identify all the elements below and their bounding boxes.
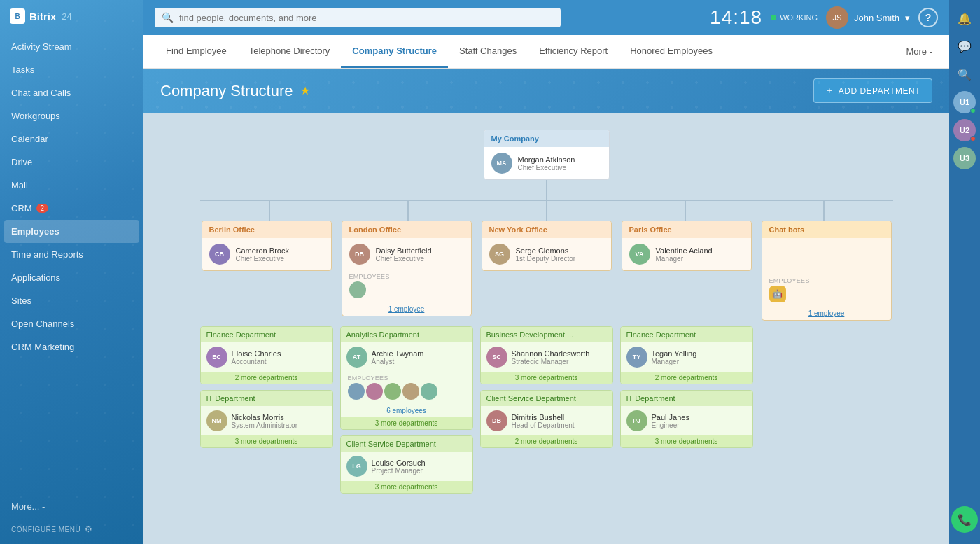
- tab-nav: Find Employee Telephone Directory Compan…: [144, 35, 949, 69]
- tab-honored-employees[interactable]: Honored Employees: [619, 36, 724, 68]
- newyork-client-service-card[interactable]: Client Service Department DB Dimitris Bu…: [480, 390, 613, 448]
- add-department-button[interactable]: ＋ ADD DEPARTMENT: [813, 78, 932, 103]
- london-analytics-card[interactable]: Analytics Department AT Archie Twynam An…: [340, 326, 473, 430]
- london-office-card[interactable]: London Office DB Daisy Butterfield Chief…: [342, 221, 472, 316]
- paris-it-card[interactable]: IT Department PJ Paul Janes Engineer 3 m…: [620, 390, 753, 448]
- sidebar-item-crm[interactable]: CRM 2: [0, 197, 144, 220]
- newyork-client-service-avatar: DB: [486, 410, 507, 431]
- newyork-v-connector: [546, 201, 547, 221]
- paris-v-connector: [685, 201, 686, 221]
- notifications-button[interactable]: 🔔: [952, 6, 977, 31]
- tab-company-structure[interactable]: Company Structure: [341, 36, 448, 68]
- paris-it-body: PJ Paul Janes Engineer: [621, 406, 752, 435]
- berlin-person: Cameron Brock Chief Executive: [236, 246, 289, 263]
- sidebar-item-time-reports[interactable]: Time and Reports: [0, 243, 144, 266]
- logo[interactable]: B Bitrix 24: [0, 0, 144, 32]
- chatbots-card[interactable]: Chat bots Employees 🤖 1 employee: [762, 221, 892, 321]
- berlin-it-card[interactable]: IT Department NM Nickolas Morris System …: [200, 390, 333, 448]
- london-office-body: DB Daisy Butterfield Chief Executive: [342, 238, 471, 270]
- root-person-info: Morgan Atkinson Chief Executive: [518, 155, 575, 172]
- berlin-finance-person: Eloise Charles Accountant: [232, 349, 281, 365]
- offices-row: Berlin Office CB Cameron Brock Chief Exe…: [200, 221, 893, 321]
- paris-finance-card[interactable]: Finance Department TY Tegan Yelling Mana…: [620, 326, 753, 384]
- newyork-client-service-person: Dimitris Bushell Head of Department: [512, 413, 575, 429]
- search-button[interactable]: 🔍: [952, 62, 977, 87]
- chatbots-emp-link[interactable]: 1 employee: [762, 307, 891, 320]
- header-user[interactable]: JS John Smith ▾: [826, 6, 910, 29]
- right-user-avatar-2[interactable]: U2: [952, 118, 977, 143]
- paris-avatar: VA: [629, 244, 650, 265]
- help-button[interactable]: ?: [918, 8, 938, 27]
- search-input[interactable]: [179, 13, 554, 23]
- berlin-office-body: CB Cameron Brock Chief Executive: [202, 238, 331, 270]
- header-status: WORKING: [771, 13, 818, 22]
- sidebar-item-open-channels[interactable]: Open Channels: [0, 312, 144, 335]
- analytics-emp-link[interactable]: 6 employees: [341, 404, 472, 417]
- sidebar-item-label: Employees: [11, 226, 59, 237]
- analytics-emp-avatars: [341, 383, 472, 404]
- newyork-client-service-header: Client Service Department: [481, 391, 612, 406]
- london-avatar: DB: [349, 244, 370, 265]
- paris-person: Valentine Acland Manager: [656, 246, 713, 263]
- sidebar-item-label: Sites: [11, 295, 31, 306]
- paris-finance-header: Finance Department: [621, 327, 752, 342]
- root-person-role: Chief Executive: [518, 164, 575, 172]
- phone-button[interactable]: 📞: [951, 506, 978, 533]
- root-node-wrap: My Company MA Morgan Atkinson Chief Exec…: [484, 130, 610, 180]
- berlin-it-footer: 3 more departments: [201, 435, 332, 447]
- sidebar-item-crm-marketing[interactable]: CRM Marketing: [0, 335, 144, 358]
- berlin-finance-card[interactable]: Finance Department EC Eloise Charles Acc…: [200, 326, 333, 384]
- london-client-service-card[interactable]: Client Service Department LG Louise Gors…: [340, 435, 473, 494]
- sidebar-item-tasks[interactable]: Tasks: [0, 58, 144, 81]
- sidebar-item-activity-stream[interactable]: Activity Stream: [0, 35, 144, 58]
- online-indicator-2: [970, 136, 976, 141]
- berlin-finance-avatar: EC: [206, 347, 227, 368]
- tab-find-employee[interactable]: Find Employee: [155, 36, 238, 68]
- org-chart: My Company MA Morgan Atkinson Chief Exec…: [160, 130, 932, 508]
- sidebar-more[interactable]: More... -: [0, 494, 144, 519]
- sidebar-item-applications[interactable]: Applications: [0, 266, 144, 289]
- right-user-avatar-1[interactable]: U1: [952, 90, 977, 115]
- berlin-it-avatar: NM: [206, 410, 227, 431]
- org-chart-area[interactable]: My Company MA Morgan Atkinson Chief Exec…: [144, 113, 949, 544]
- newyork-bizdev-header: Business Development ...: [481, 327, 612, 342]
- gear-icon: ⚙: [85, 524, 93, 534]
- sidebar-item-drive[interactable]: Drive: [0, 151, 144, 174]
- newyork-office-card[interactable]: New York Office SG Serge Clemons 1st Dep…: [482, 221, 612, 271]
- london-analytics-body: AT Archie Twynam Analyst: [341, 342, 472, 372]
- newyork-client-service-footer: 2 more departments: [481, 435, 612, 447]
- page-header: Company Structure ★ ＋ ADD DEPARTMENT: [144, 69, 949, 113]
- status-label: WORKING: [780, 13, 818, 22]
- sidebar-item-workgroups[interactable]: Workgroups: [0, 104, 144, 127]
- tab-staff-changes[interactable]: Staff Changes: [448, 36, 528, 68]
- berlin-it-header: IT Department: [201, 391, 332, 406]
- tab-telephone-directory[interactable]: Telephone Directory: [238, 36, 342, 68]
- sidebar-item-label: Time and Reports: [11, 249, 83, 260]
- right-user-avatar-3[interactable]: U3: [952, 146, 977, 171]
- tab-efficiency-report[interactable]: Efficiency Report: [528, 36, 619, 68]
- sidebar-item-employees[interactable]: Employees: [4, 220, 139, 243]
- chatbots-header: Chat bots: [762, 221, 891, 238]
- newyork-office-body: SG Serge Clemons 1st Deputy Director: [482, 238, 611, 270]
- sidebar-item-sites[interactable]: Sites: [0, 289, 144, 312]
- search-bar[interactable]: 🔍: [155, 8, 561, 27]
- london-client-service-person: Louise Gorsuch Project Manager: [372, 459, 426, 475]
- root-card[interactable]: My Company MA Morgan Atkinson Chief Exec…: [484, 130, 610, 180]
- berlin-office-card[interactable]: Berlin Office CB Cameron Brock Chief Exe…: [202, 221, 332, 271]
- sidebar-item-label: Applications: [11, 272, 60, 283]
- tab-more[interactable]: More -: [900, 36, 938, 67]
- paris-office-card[interactable]: Paris Office VA Valentine Acland Manager: [622, 221, 752, 271]
- analytics-emp-label: Employees: [341, 372, 472, 383]
- sidebar-item-label: Chat and Calls: [11, 88, 71, 98]
- favorite-icon[interactable]: ★: [300, 84, 310, 97]
- logo-box: B: [10, 8, 25, 24]
- paris-office-block: Paris Office VA Valentine Acland Manager: [620, 221, 753, 321]
- sidebar-item-calendar[interactable]: Calendar: [0, 127, 144, 151]
- london-emp-link[interactable]: 1 employee: [342, 302, 471, 316]
- newyork-bizdev-card[interactable]: Business Development ... SC Shannon Char…: [480, 326, 613, 384]
- sidebar-item-mail[interactable]: Mail: [0, 174, 144, 197]
- sidebar-configure[interactable]: CONFIGURE MENU ⚙: [0, 519, 144, 544]
- sidebar-item-chat-calls[interactable]: Chat and Calls: [0, 81, 144, 104]
- london-client-service-body: LG Louise Gorsuch Project Manager: [341, 452, 472, 481]
- livechat-button[interactable]: 💬: [952, 34, 977, 59]
